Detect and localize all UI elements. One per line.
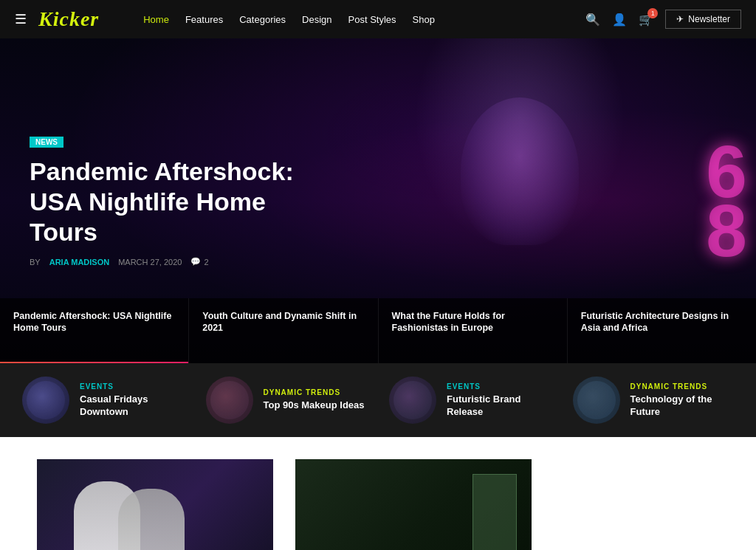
strip-item-1[interactable]: Pandemic Aftershock: USA Nightlife Home … [0,298,189,363]
trending-info-3: EVENTS Futuristic Brand Release [447,382,551,419]
strip-item-title-4: Futuristic Architecture Designs in Asia … [581,310,743,334]
hero-author[interactable]: ARIA MADISON [49,258,109,267]
logo: Kicker [38,7,99,31]
nav-features[interactable]: Features [185,14,223,25]
newsletter-button[interactable]: ✈ Newsletter [665,10,741,29]
hero-comments: 💬 2 [190,257,208,267]
nav-post-styles[interactable]: Post Styles [348,14,396,25]
nav-shop[interactable]: Shop [413,14,435,25]
hamburger-icon[interactable]: ☰ [15,11,27,27]
strip-item-title-1: Pandemic Aftershock: USA Nightlife Home … [13,310,175,334]
trending-info-4: DYNAMIC TRENDS Technology of the Future [630,382,735,419]
figure-2 [118,489,185,550]
trending-thumb-3 [389,377,436,424]
person-silhouette [461,97,579,245]
cart-badge: 1 [647,8,658,18]
trending-cat-2: DYNAMIC TRENDS [264,388,368,396]
user-icon[interactable]: 👤 [612,13,627,27]
neon-number-8: 8 [706,193,747,267]
main-nav: Home Features Categories Design Post Sty… [143,14,435,25]
trending-thumb-2 [206,377,253,424]
trending-name-3: Futuristic Brand Release [447,393,551,419]
trending-item-1[interactable]: EVENTS Casual Fridays Downtown [22,377,184,424]
hero-strip: Pandemic Aftershock: USA Nightlife Home … [0,298,756,363]
search-icon[interactable]: 🔍 [585,13,600,27]
hero-by-label: BY [30,258,41,267]
hero-content: NEWS Pandemic Aftershock: USA Nightlife … [30,134,310,267]
strip-item-3[interactable]: What the Future Holds for Fashionistas i… [379,298,568,363]
main-content: LIFESTYLE Social and Political Equality … [0,437,756,550]
article-thumb-2 [295,459,532,550]
article-thumb-1 [37,459,273,550]
news-badge: NEWS [30,137,63,148]
hero-title: Pandemic Aftershock: USA Nightlife Home … [30,157,310,247]
hero-section: 6 8 NEWS Pandemic Aftershock: USA Nightl… [0,38,756,363]
hero-person-visual [372,38,667,304]
nav-categories[interactable]: Categories [239,14,286,25]
strip-item-title-2: Youth Culture and Dynamic Shift in 2021 [202,310,364,334]
hero-comment-count: 2 [204,258,208,267]
trending-name-1: Casual Fridays Downtown [80,393,184,419]
nav-design[interactable]: Design [302,14,331,25]
header-right: 🔍 👤 🛒 1 ✈ Newsletter [585,10,741,29]
trending-name-2: Top 90s Makeup Ideas [264,399,368,412]
newsletter-label: Newsletter [688,14,730,24]
trending-bar: EVENTS Casual Fridays Downtown DYNAMIC T… [0,363,756,437]
header: ☰ Kicker Home Features Categories Design… [0,0,756,38]
trending-info-1: EVENTS Casual Fridays Downtown [80,382,184,419]
strip-item-title-3: What the Future Holds for Fashionistas i… [392,310,554,334]
cart-icon[interactable]: 🛒 1 [639,13,653,27]
strip-item-4[interactable]: Futuristic Architecture Designs in Asia … [568,298,756,363]
trending-cat-1: EVENTS [80,382,184,391]
article-card-1: LIFESTYLE Social and Political Equality … [37,459,273,550]
hero-meta: BY ARIA MADISON MARCH 27, 2020 💬 2 [30,257,310,267]
trending-thumb-4 [573,377,620,424]
header-left: ☰ Kicker [15,7,99,31]
newsletter-icon: ✈ [676,14,684,24]
article-card-2 [295,459,532,550]
nav-home[interactable]: Home [143,14,169,25]
trending-cat-3: EVENTS [447,382,551,391]
trending-info-2: DYNAMIC TRENDS Top 90s Makeup Ideas [264,388,368,412]
trending-cat-4: DYNAMIC TRENDS [630,382,735,391]
trending-item-3[interactable]: EVENTS Futuristic Brand Release [389,377,551,424]
trending-item-2[interactable]: DYNAMIC TRENDS Top 90s Makeup Ideas [206,377,368,424]
trending-name-4: Technology of the Future [630,393,735,419]
strip-item-2[interactable]: Youth Culture and Dynamic Shift in 2021 [189,298,378,363]
window-shape [472,474,517,550]
hero-date: MARCH 27, 2020 [118,258,182,267]
trending-item-4[interactable]: DYNAMIC TRENDS Technology of the Future [573,377,735,424]
trending-thumb-1 [22,377,69,424]
